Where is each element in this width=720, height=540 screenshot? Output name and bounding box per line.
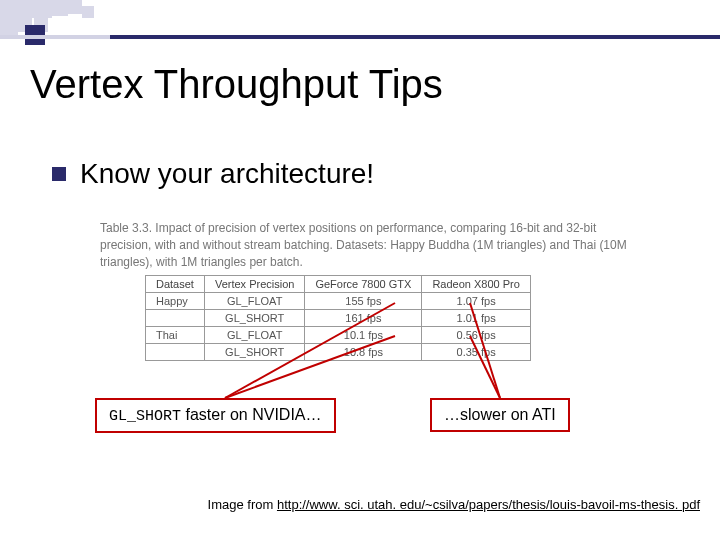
col-dataset: Dataset: [146, 276, 205, 293]
callout-nvidia: GL_SHORT faster on NVIDIA…: [95, 398, 336, 433]
cite-link[interactable]: http://www. sci. utah. edu/~csilva/paper…: [277, 497, 700, 512]
bullet-item: Know your architecture!: [52, 158, 374, 190]
cell: 0.56 fps: [422, 327, 530, 344]
col-geforce: GeForce 7800 GTX: [305, 276, 422, 293]
performance-table: Dataset Vertex Precision GeForce 7800 GT…: [145, 275, 531, 361]
table-caption: Table 3.3. Impact of precision of vertex…: [100, 220, 630, 270]
cell: 155 fps: [305, 293, 422, 310]
table-row: GL_SHORT 10.8 fps 0.35 fps: [146, 344, 531, 361]
cell: 161 fps: [305, 310, 422, 327]
cell: 10.1 fps: [305, 327, 422, 344]
cell: Happy: [146, 293, 205, 310]
cell: GL_SHORT: [204, 310, 304, 327]
slide-title: Vertex Throughput Tips: [30, 62, 443, 107]
cite-prefix: Image from: [208, 497, 277, 512]
table-row: Thai GL_FLOAT 10.1 fps 0.56 fps: [146, 327, 531, 344]
cell: GL_SHORT: [204, 344, 304, 361]
cell: [146, 310, 205, 327]
cell: GL_FLOAT: [204, 293, 304, 310]
callout-text: faster on NVIDIA…: [181, 406, 322, 423]
cell: 10.8 fps: [305, 344, 422, 361]
cell: 1.01 fps: [422, 310, 530, 327]
square-bullet-icon: [52, 167, 66, 181]
bullet-text: Know your architecture!: [80, 158, 374, 190]
callout-text: …slower on ATI: [444, 406, 556, 423]
callout-code: GL_SHORT: [109, 408, 181, 425]
callout-ati: …slower on ATI: [430, 398, 570, 432]
header-rule: [0, 35, 720, 39]
table-row: Happy GL_FLOAT 155 fps 1.07 fps: [146, 293, 531, 310]
cell: GL_FLOAT: [204, 327, 304, 344]
table-header-row: Dataset Vertex Precision GeForce 7800 GT…: [146, 276, 531, 293]
cell: 0.35 fps: [422, 344, 530, 361]
col-radeon: Radeon X800 Pro: [422, 276, 530, 293]
cell: [146, 344, 205, 361]
cell: Thai: [146, 327, 205, 344]
table-row: GL_SHORT 161 fps 1.01 fps: [146, 310, 531, 327]
image-citation: Image from http://www. sci. utah. edu/~c…: [0, 497, 700, 512]
cell: 1.07 fps: [422, 293, 530, 310]
col-precision: Vertex Precision: [204, 276, 304, 293]
